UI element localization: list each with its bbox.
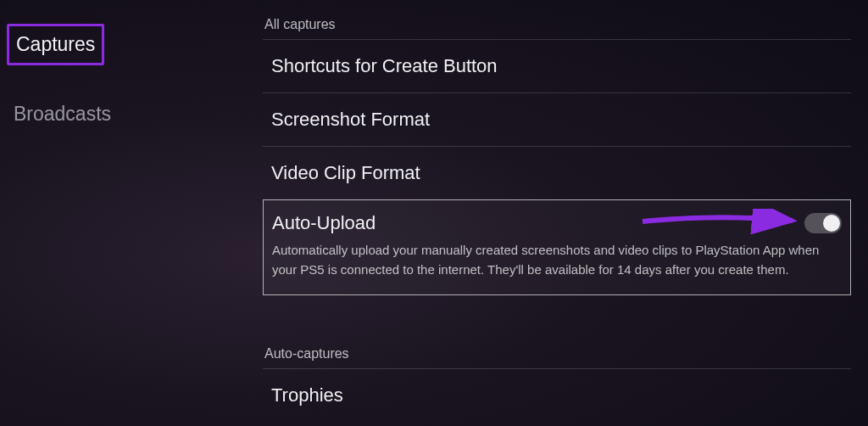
sidebar-item-label: Broadcasts: [14, 103, 111, 125]
menu-item-title: Video Clip Format: [271, 162, 843, 184]
auto-upload-toggle[interactable]: [804, 213, 842, 233]
sidebar-item-label: Captures: [16, 33, 95, 55]
menu-item-title: Shortcuts for Create Button: [271, 55, 843, 77]
menu-item-video-clip-format[interactable]: Video Clip Format: [263, 146, 851, 199]
toggle-row: Auto-Upload: [272, 212, 842, 234]
sidebar-item-captures[interactable]: Captures: [7, 24, 104, 65]
menu-item-description: Automatically upload your manually creat…: [272, 241, 842, 279]
main-panel: All captures Shortcuts for Create Button…: [263, 0, 868, 426]
section-header-auto-captures: Auto-captures: [263, 346, 851, 362]
sidebar: Captures Broadcasts: [0, 0, 263, 426]
toggle-knob: [823, 215, 840, 232]
menu-item-title: Auto-Upload: [272, 212, 376, 234]
menu-item-screenshot-format[interactable]: Screenshot Format: [263, 92, 851, 146]
menu-item-title: Screenshot Format: [271, 109, 843, 131]
menu-item-auto-upload[interactable]: Auto-Upload Automatically upload your ma…: [263, 199, 851, 295]
section-header-all-captures: All captures: [263, 17, 851, 32]
menu-item-shortcuts-create-button[interactable]: Shortcuts for Create Button: [263, 39, 851, 92]
menu-item-title: Trophies: [271, 384, 843, 406]
menu-item-trophies[interactable]: Trophies: [263, 368, 851, 422]
sidebar-item-broadcasts[interactable]: Broadcasts: [7, 96, 118, 132]
